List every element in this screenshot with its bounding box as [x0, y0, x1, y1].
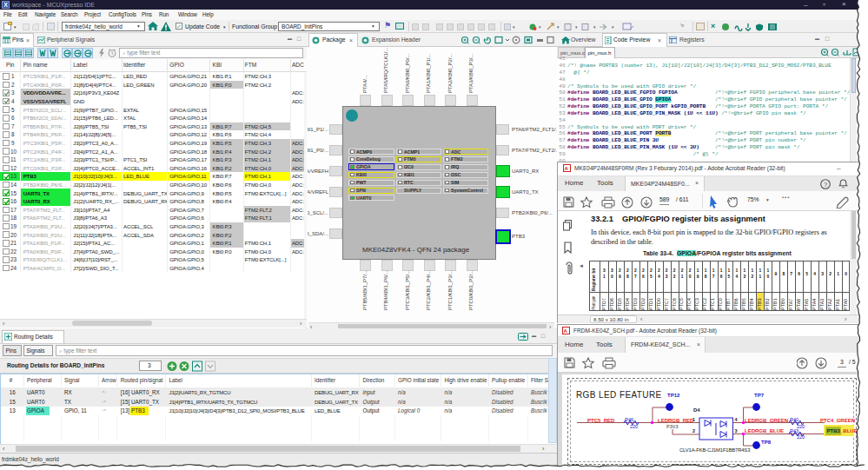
svg-text:?: ? [824, 180, 827, 188]
